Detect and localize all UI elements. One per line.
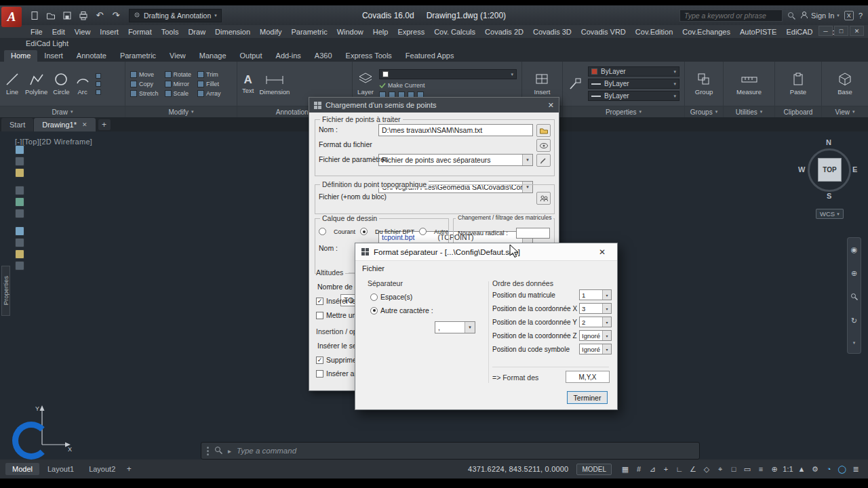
format-fichier-select[interactable]: Fichier de points avec séparateurs▾ bbox=[378, 154, 533, 166]
open-icon[interactable] bbox=[43, 8, 58, 23]
selection-cycling-icon[interactable]: ⊕ bbox=[768, 462, 781, 476]
app-button[interactable]: A bbox=[1, 7, 22, 27]
viewcube-south[interactable]: S bbox=[827, 192, 831, 200]
workspace-dropdown[interactable]: Drafting & Annotation ▾ bbox=[129, 9, 222, 22]
panel-label-utilities[interactable]: Utilities▾ bbox=[724, 106, 774, 117]
match-properties-tool[interactable] bbox=[568, 77, 583, 92]
radio-autre[interactable] bbox=[419, 228, 427, 235]
menu-item[interactable]: Cov. Calculs bbox=[429, 28, 480, 36]
dialog-title-bar[interactable]: Format séparateur - [...\Config\Defaut.s… bbox=[355, 243, 617, 261]
radio-espaces[interactable] bbox=[370, 293, 378, 301]
ribbon-tab[interactable]: Parametric bbox=[113, 50, 163, 62]
viewcube-east[interactable]: E bbox=[852, 165, 857, 174]
viewcube-north[interactable]: N bbox=[826, 138, 831, 146]
modify-tool[interactable]: Mirror bbox=[165, 81, 192, 87]
toolbar-icon[interactable] bbox=[15, 261, 24, 270]
menu-item[interactable]: Parametric bbox=[286, 28, 332, 36]
model-space-toggle[interactable]: MODEL bbox=[576, 464, 612, 475]
modify-tool[interactable]: Fillet bbox=[197, 81, 221, 87]
toolbar-icon[interactable] bbox=[15, 209, 24, 218]
file-tab-start[interactable]: Start bbox=[1, 118, 33, 131]
isodraft-icon[interactable]: ◇ bbox=[700, 462, 713, 476]
menu-item[interactable]: Cov.Edition bbox=[631, 28, 677, 36]
ribbon-tab[interactable]: Express Tools bbox=[339, 50, 399, 62]
toolbar-icon[interactable] bbox=[15, 226, 24, 236]
command-grip[interactable] bbox=[207, 447, 209, 455]
ribbon-tab[interactable]: Annotate bbox=[70, 50, 113, 62]
pan-icon[interactable]: ⊕ bbox=[851, 269, 857, 278]
menu-item[interactable]: Format bbox=[123, 28, 157, 36]
workspace-switch-icon[interactable]: ⚙ bbox=[808, 462, 822, 476]
ribbon-tab[interactable]: View bbox=[163, 50, 193, 62]
ribbon-tab[interactable]: Featured Apps bbox=[399, 50, 461, 62]
snap-icon[interactable]: # bbox=[632, 462, 646, 476]
viewcube-west[interactable]: W bbox=[798, 165, 805, 174]
minimize-icon[interactable]: ─ bbox=[818, 26, 833, 36]
graphics-performance-icon[interactable]: ◔ bbox=[822, 462, 835, 476]
layout-tab[interactable]: Layout1 bbox=[41, 463, 81, 475]
panel-label-draw[interactable]: Draw▾ bbox=[0, 106, 125, 117]
view-format-button[interactable] bbox=[536, 139, 551, 152]
modify-tool[interactable]: Array bbox=[197, 90, 221, 97]
more-tools-icon[interactable]: ▾ bbox=[853, 340, 856, 346]
menu-item[interactable]: Draw bbox=[183, 28, 210, 36]
menu-item[interactable]: Express bbox=[393, 28, 429, 36]
grid-icon[interactable]: ▦ bbox=[618, 462, 632, 476]
command-line[interactable]: ▸ Type a command bbox=[201, 442, 700, 460]
wcs-badge[interactable]: WCS▾ bbox=[816, 209, 844, 219]
group-tool[interactable]: Group bbox=[695, 72, 713, 96]
restore-icon[interactable]: □ bbox=[834, 26, 848, 36]
infer-constraints-icon[interactable]: ⊿ bbox=[646, 462, 659, 476]
polyline-tool[interactable]: Polyline bbox=[25, 72, 47, 96]
lineweight-combo[interactable]: ByLayer▾ bbox=[588, 79, 679, 89]
panel-label-properties[interactable]: Properties▾ bbox=[563, 106, 684, 117]
menu-item[interactable]: Covadis VRD bbox=[576, 28, 631, 36]
checkbox-supprimer[interactable] bbox=[316, 357, 323, 364]
object-snap-icon[interactable]: □ bbox=[727, 462, 741, 476]
menu-item[interactable]: Dimension bbox=[210, 28, 255, 36]
menu-item[interactable]: Covadis 2D bbox=[480, 28, 528, 36]
menu-item[interactable]: Help bbox=[368, 28, 393, 36]
qnew-icon[interactable] bbox=[27, 8, 42, 23]
panel-label-view[interactable]: View▾ bbox=[822, 106, 868, 117]
base-view-tool[interactable]: Base bbox=[837, 72, 852, 96]
lineweight-icon[interactable]: ▭ bbox=[741, 462, 754, 476]
line-tool[interactable]: Line bbox=[5, 72, 20, 96]
search-icon[interactable] bbox=[787, 12, 795, 20]
insert-block-tool[interactable]: Insert bbox=[534, 72, 551, 96]
ortho-icon[interactable]: ∟ bbox=[673, 462, 686, 476]
undo-icon[interactable]: ↶ bbox=[92, 8, 107, 23]
modify-tool[interactable]: Copy bbox=[130, 81, 159, 87]
text-tool[interactable]: AText bbox=[242, 74, 254, 94]
viewport-controls-label[interactable]: [-][Top][2D Wireframe] bbox=[15, 138, 92, 146]
close-icon[interactable]: ✕ bbox=[548, 101, 554, 110]
make-current-tool[interactable]: Make Current bbox=[379, 82, 517, 89]
command-input[interactable]: Type a command bbox=[237, 447, 296, 455]
modify-tool[interactable]: Rotate bbox=[165, 71, 192, 78]
ribbon-tab[interactable]: Home bbox=[4, 50, 37, 62]
layer-combo[interactable]: ▾ bbox=[379, 69, 517, 79]
close-icon[interactable]: ✕ bbox=[850, 26, 864, 36]
draw-flyout-icons[interactable] bbox=[96, 73, 101, 95]
modify-tool[interactable]: Trim bbox=[197, 71, 221, 78]
osnap-tracking-icon[interactable]: ⌖ bbox=[713, 462, 727, 476]
save-icon[interactable] bbox=[60, 8, 75, 23]
exchange-apps-icon[interactable]: X bbox=[844, 11, 854, 20]
menu-item[interactable]: Insert bbox=[95, 28, 123, 36]
menu-item[interactable]: Window bbox=[332, 28, 368, 36]
toolbar-icon[interactable] bbox=[15, 145, 24, 155]
zoom-icon[interactable] bbox=[850, 293, 858, 302]
menu-item[interactable]: Covadis 3D bbox=[528, 28, 576, 36]
order-row-select[interactable]: 1▾ bbox=[579, 289, 612, 300]
order-row-select[interactable]: 3▾ bbox=[579, 303, 612, 314]
checkbox-inserer-les[interactable] bbox=[316, 298, 323, 305]
toolbar-icon[interactable] bbox=[15, 186, 24, 195]
menu-fichier[interactable]: Fichier bbox=[362, 264, 384, 272]
redo-icon[interactable]: ↷ bbox=[108, 8, 123, 23]
radio-autre-caractere[interactable] bbox=[370, 307, 378, 314]
ribbon-tab[interactable]: Insert bbox=[37, 50, 70, 62]
menu-item[interactable]: Edit bbox=[47, 28, 70, 36]
radio-du-fichier-bpt[interactable] bbox=[360, 228, 368, 235]
modify-tool[interactable]: Stretch bbox=[130, 90, 159, 97]
panel-label-modify[interactable]: Modify▾ bbox=[125, 106, 237, 117]
